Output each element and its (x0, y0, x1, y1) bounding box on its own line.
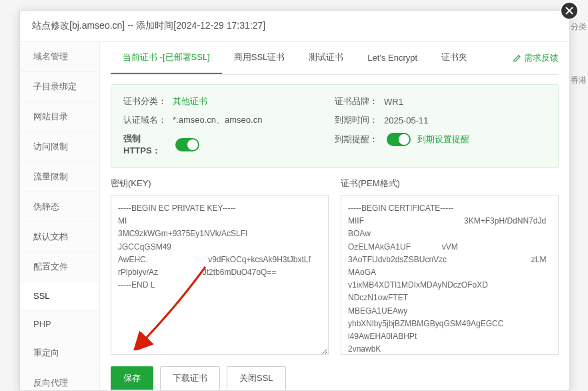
bg-text: 分类 (571, 21, 587, 33)
sidebar-item-php[interactable]: PHP (20, 310, 99, 338)
cert-expire-value: 2025-05-11 (384, 115, 429, 125)
pem-label: 证书(PEM格式) (341, 177, 559, 189)
sidebar-item-subdir[interactable]: 子目录绑定 (20, 72, 99, 102)
cert-brand-value: WR1 (384, 97, 403, 107)
force-https-label: 强制HTTPS： (123, 133, 173, 157)
tab-commercial-ssl[interactable]: 商用SSL证书 (222, 42, 297, 74)
cert-expire-label: 到期时间： (335, 114, 384, 126)
sidebar-item-config[interactable]: 配置文件 (20, 252, 99, 282)
expire-remind-label: 到期提醒： (335, 133, 384, 145)
download-cert-button[interactable]: 下载证书 (160, 366, 220, 390)
sidebar: 域名管理 子目录绑定 网站目录 访问限制 流量限制 伪静态 默认文档 配置文件 … (20, 42, 100, 390)
sidebar-item-ssl[interactable]: SSL (20, 282, 100, 310)
tabs: 当前证书 -[已部署SSL] 商用SSL证书 测试证书 Let's Encryp… (111, 42, 559, 75)
expire-remind-link[interactable]: 到期设置提醒 (417, 133, 469, 145)
sidebar-item-default-doc[interactable]: 默认文档 (20, 222, 99, 252)
sidebar-item-traffic[interactable]: 流量限制 (20, 162, 99, 192)
key-label: 密钥(KEY) (111, 177, 329, 189)
sidebar-item-webdir[interactable]: 网站目录 (20, 102, 99, 132)
cert-domain-value: *.amseo.cn、amseo.cn (173, 114, 262, 126)
force-https-switch[interactable] (175, 138, 199, 151)
cert-category-label: 证书分类： (123, 95, 173, 107)
sidebar-item-redirect[interactable]: 重定向 (20, 338, 99, 368)
cert-brand-label: 证书品牌： (335, 95, 384, 107)
feedback-link[interactable]: 需求反馈 (513, 52, 559, 64)
edit-icon (513, 54, 521, 63)
tab-cert-folder[interactable]: 证书夹 (429, 42, 479, 74)
close-icon[interactable] (560, 1, 579, 20)
cert-category-value: 其他证书 (173, 95, 207, 107)
bg-text: 香港 (571, 75, 587, 86)
sidebar-item-domain[interactable]: 域名管理 (20, 42, 99, 72)
sidebar-item-proxy[interactable]: 反向代理 (20, 368, 99, 390)
pem-textarea[interactable] (341, 195, 559, 355)
tab-current-cert[interactable]: 当前证书 -[已部署SSL] (111, 42, 222, 74)
tab-test-cert[interactable]: 测试证书 (297, 42, 355, 74)
close-ssl-button[interactable]: 关闭SSL (227, 366, 286, 390)
modal: 站点修改[bj.amseo.cn] -- 添加时间[2024-12-29 17:… (19, 10, 570, 391)
save-button[interactable]: 保存 (111, 366, 153, 390)
expire-remind-switch[interactable] (387, 133, 411, 146)
sidebar-item-access[interactable]: 访问限制 (20, 132, 99, 162)
cert-info-box: 证书分类： 其他证书 认证域名： *.amseo.cn、amseo.cn 强制H… (111, 84, 559, 168)
modal-title: 站点修改[bj.amseo.cn] -- 添加时间[2024-12-29 17:… (20, 11, 569, 42)
key-textarea[interactable] (111, 195, 329, 355)
main-content: 当前证书 -[已部署SSL] 商用SSL证书 测试证书 Let's Encryp… (100, 42, 569, 390)
sidebar-item-rewrite[interactable]: 伪静态 (20, 192, 99, 222)
tab-lets-encrypt[interactable]: Let's Encrypt (355, 43, 429, 73)
cert-domain-label: 认证域名： (123, 114, 173, 126)
